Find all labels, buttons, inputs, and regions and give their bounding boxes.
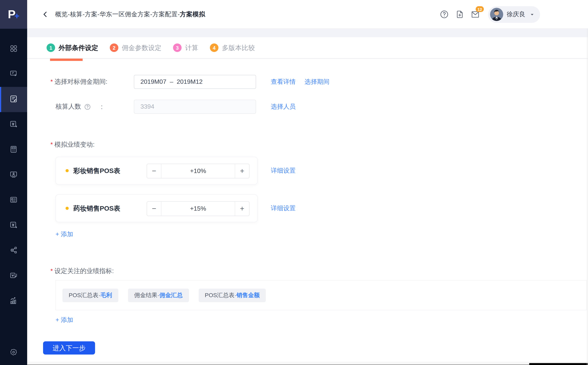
- simulation-card-1: 彩妆销售POS表 − +10% +: [56, 157, 258, 185]
- simulation-card-2: 药妆销售POS表 − +15% +: [56, 194, 258, 222]
- sidebar-item-apps[interactable]: [0, 36, 27, 62]
- metric-tag-3[interactable]: POS汇总表·销售金额: [198, 288, 266, 302]
- bullet-dot-icon: [66, 207, 69, 210]
- headcount-help-icon[interactable]: [84, 103, 91, 110]
- metrics-panel: POS汇总表·毛利 佣金结果·佣金汇总 POS汇总表·销售金额: [56, 280, 587, 310]
- sidebar-item-settings[interactable]: [0, 344, 27, 362]
- headcount-label: 核算人数: [56, 102, 81, 111]
- app-window: P +: [0, 0, 588, 365]
- breadcrumb-prefix: 概览-核算-方案-华东一区佣金方案-方案配置-: [55, 11, 180, 17]
- step-3-calculate[interactable]: 3 计算: [173, 43, 198, 52]
- mail-badge: 12: [476, 6, 484, 12]
- increase-button[interactable]: +: [235, 202, 249, 216]
- simulation-label: 模拟业绩变动:: [54, 140, 94, 149]
- step-2-number: 2: [110, 43, 118, 52]
- top-header: 概览-核算-方案-华东一区佣金方案-方案配置-方案模拟 12 徐庆良: [27, 0, 588, 29]
- decrease-button[interactable]: −: [147, 202, 161, 216]
- add-simulation-link[interactable]: + 添加: [56, 230, 73, 239]
- calculator-icon: [9, 145, 18, 155]
- new-document-button[interactable]: [455, 9, 465, 19]
- sidebar-item-report[interactable]: [0, 288, 27, 314]
- metric-tag-1[interactable]: POS汇总表·毛利: [63, 288, 118, 302]
- sidebar: P +: [0, 0, 27, 365]
- card-1-percent-value[interactable]: +10%: [161, 164, 235, 178]
- sidebar-item-payout[interactable]: [0, 112, 27, 137]
- sidebar-item-connections[interactable]: [0, 238, 27, 263]
- select-people-link[interactable]: 选择人员: [271, 103, 296, 111]
- increase-button[interactable]: +: [235, 164, 249, 178]
- window-bottom-edge: [27, 364, 588, 365]
- payout-icon: [9, 120, 18, 130]
- user-menu[interactable]: 徐庆良: [488, 6, 540, 23]
- card-2-percent-value[interactable]: +15%: [161, 202, 235, 216]
- next-step-button[interactable]: 进入下一步: [43, 341, 95, 355]
- main-area: 概览-核算-方案-华东一区佣金方案-方案配置-方案模拟 12 徐庆良: [27, 0, 588, 365]
- form-content: * 选择对标佣金期间: 查看详情 选择期间 核算人数 : 选择人员 * 模拟业绩…: [27, 59, 588, 362]
- step-1-label: 外部条件设定: [59, 43, 98, 52]
- add-metric-link[interactable]: + 添加: [56, 316, 73, 324]
- scrollbar-track[interactable]: [587, 29, 588, 365]
- step-4-version-compare[interactable]: 4 多版本比较: [210, 43, 255, 52]
- sidebar-item-transfer[interactable]: [0, 213, 27, 238]
- required-marker: *: [50, 268, 53, 275]
- app-logo[interactable]: P +: [0, 0, 27, 29]
- logo-plus: +: [14, 11, 19, 21]
- id-card-icon: [9, 195, 18, 205]
- sidebar-item-calculator[interactable]: [0, 137, 27, 162]
- metric-tag-3-value: 销售金额: [236, 292, 260, 299]
- transfer-icon: [9, 220, 18, 231]
- help-button[interactable]: [439, 9, 449, 19]
- card-2-title: 药妆销售POS表: [73, 204, 120, 213]
- wizard-stepper: 1 外部条件设定 2 佣金参数设定 3 计算 4 多版本比较: [27, 37, 588, 59]
- chevron-down-icon: [530, 12, 535, 17]
- metric-tag-1-source: POS汇总表·: [69, 292, 100, 299]
- decrease-button[interactable]: −: [147, 164, 161, 178]
- connections-icon: [9, 246, 18, 256]
- gear-icon: [9, 348, 18, 358]
- apps-icon: [9, 44, 18, 54]
- sidebar-nav: [0, 36, 27, 314]
- bullet-dot-icon: [66, 169, 69, 172]
- screen-share-icon: [9, 69, 18, 79]
- view-detail-link[interactable]: 查看详情: [271, 78, 296, 86]
- mail-button[interactable]: 12: [470, 9, 480, 19]
- avatar: [490, 8, 503, 21]
- back-button[interactable]: [41, 10, 50, 19]
- headcount-input[interactable]: [134, 100, 256, 114]
- step-2-label: 佣金参数设定: [122, 43, 161, 52]
- metrics-label: 设定关注的业绩指标:: [54, 267, 114, 275]
- file-plus-icon: [455, 10, 464, 19]
- sidebar-item-import[interactable]: [0, 263, 27, 288]
- plan-edit-icon: [9, 94, 18, 105]
- import-icon: [9, 271, 18, 281]
- step-1-number: 1: [47, 43, 55, 52]
- active-step-underline: [50, 59, 83, 61]
- metric-tag-1-value: 毛利: [100, 292, 112, 299]
- sidebar-item-workbench[interactable]: [0, 162, 27, 188]
- user-name: 徐庆良: [507, 10, 525, 18]
- required-marker: *: [50, 78, 53, 85]
- card-1-title: 彩妆销售POS表: [73, 166, 120, 175]
- breadcrumb-current: 方案模拟: [180, 11, 205, 17]
- workbench-icon: [9, 170, 18, 180]
- step-1-external-conditions[interactable]: 1 外部条件设定: [47, 43, 98, 52]
- headcount-colon: :: [101, 103, 103, 110]
- sidebar-item-plan-config[interactable]: [0, 87, 27, 112]
- period-range-input[interactable]: [134, 75, 256, 89]
- metric-tag-3-source: POS汇总表·: [205, 292, 236, 299]
- metric-tag-2-source: 佣金结果·: [134, 292, 159, 299]
- required-marker: *: [50, 141, 53, 148]
- metric-tag-2[interactable]: 佣金结果·佣金汇总: [128, 288, 189, 302]
- report-icon: [9, 296, 18, 306]
- card-1-detail-settings-link[interactable]: 详细设置: [271, 167, 296, 175]
- period-label: 选择对标佣金期间:: [54, 77, 107, 86]
- sidebar-item-screen-share[interactable]: [0, 62, 27, 87]
- metric-tag-2-value: 佣金汇总: [159, 292, 183, 299]
- breadcrumb: 概览-核算-方案-华东一区佣金方案-方案配置-方案模拟: [55, 10, 205, 18]
- step-2-commission-params[interactable]: 2 佣金参数设定: [110, 43, 161, 52]
- card-2-detail-settings-link[interactable]: 详细设置: [271, 204, 296, 213]
- step-4-label: 多版本比较: [222, 43, 255, 52]
- bottom-black-bar: [529, 363, 588, 365]
- select-period-link[interactable]: 选择期间: [305, 78, 329, 86]
- sidebar-item-id-card[interactable]: [0, 188, 27, 213]
